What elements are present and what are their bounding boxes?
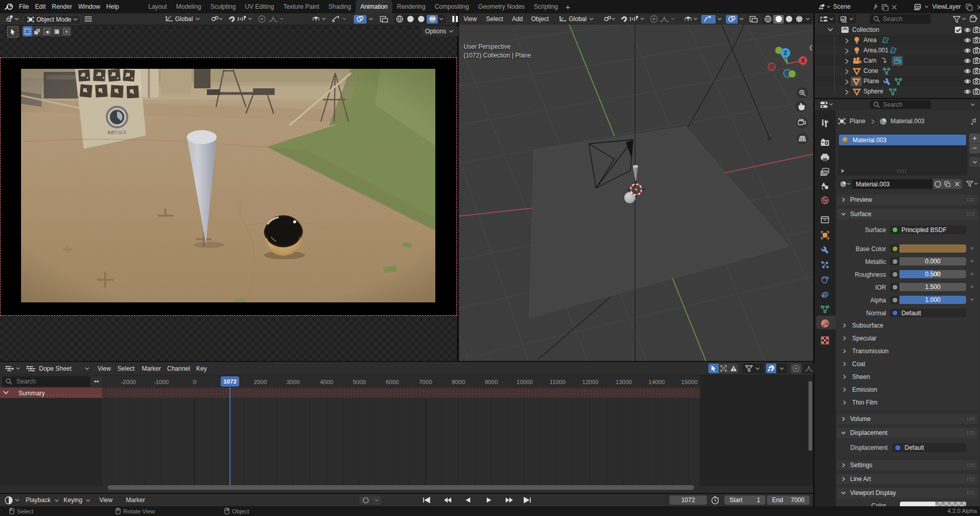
svg-text:-1000: -1000 [153, 379, 168, 385]
svg-text:4000: 4000 [320, 379, 333, 385]
svg-text:2000: 2000 [254, 379, 267, 385]
svg-text:5000: 5000 [353, 379, 366, 385]
svg-text:0: 0 [193, 379, 196, 385]
svg-text:X: X [801, 58, 805, 64]
svg-text:15000: 15000 [681, 379, 698, 385]
svg-text:12000: 12000 [582, 379, 599, 385]
svg-text:Z: Z [784, 50, 787, 56]
svg-text:Cam: Cam [863, 57, 876, 64]
svg-text:9000: 9000 [485, 379, 498, 385]
svg-text:Plane: Plane [863, 78, 879, 85]
svg-text:6000: 6000 [386, 379, 399, 385]
svg-text:13000: 13000 [616, 379, 632, 385]
svg-text:Area: Area [863, 36, 877, 44]
svg-text:Sphere: Sphere [863, 88, 883, 95]
svg-text:7000: 7000 [419, 379, 432, 385]
svg-text:11000: 11000 [549, 379, 565, 385]
svg-text:Collection: Collection [852, 26, 879, 33]
svg-text:10000: 10000 [516, 379, 533, 385]
svg-text:Area.001: Area.001 [863, 47, 889, 54]
svg-text:Summary: Summary [18, 390, 45, 397]
svg-text:14000: 14000 [648, 379, 665, 385]
svg-text:Cone: Cone [863, 67, 878, 74]
svg-text:-2000: -2000 [121, 379, 136, 385]
svg-text:8000: 8000 [452, 379, 465, 385]
svg-text:3000: 3000 [286, 379, 300, 385]
